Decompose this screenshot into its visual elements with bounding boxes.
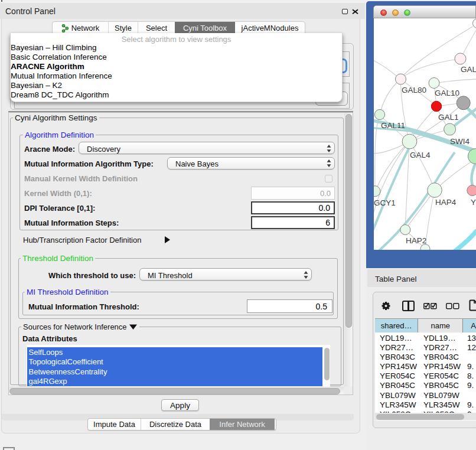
svg-text:GAL11: GAL11 [381, 121, 405, 130]
svg-text:GAL10: GAL10 [435, 89, 459, 97]
svg-text:HAP2: HAP2 [406, 236, 426, 245]
svg-text:GAL7: GAL7 [461, 65, 476, 74]
svg-text:SWI4: SWI4 [450, 137, 470, 146]
svg-text:GAL4: GAL4 [410, 151, 431, 159]
svg-text:HAP4: HAP4 [435, 198, 457, 207]
svg-text:YE: YE [471, 198, 476, 207]
svg-text:GAL80: GAL80 [402, 86, 426, 94]
svg-text:GCY1: GCY1 [374, 198, 396, 207]
svg-text:GAL1: GAL1 [438, 113, 459, 122]
